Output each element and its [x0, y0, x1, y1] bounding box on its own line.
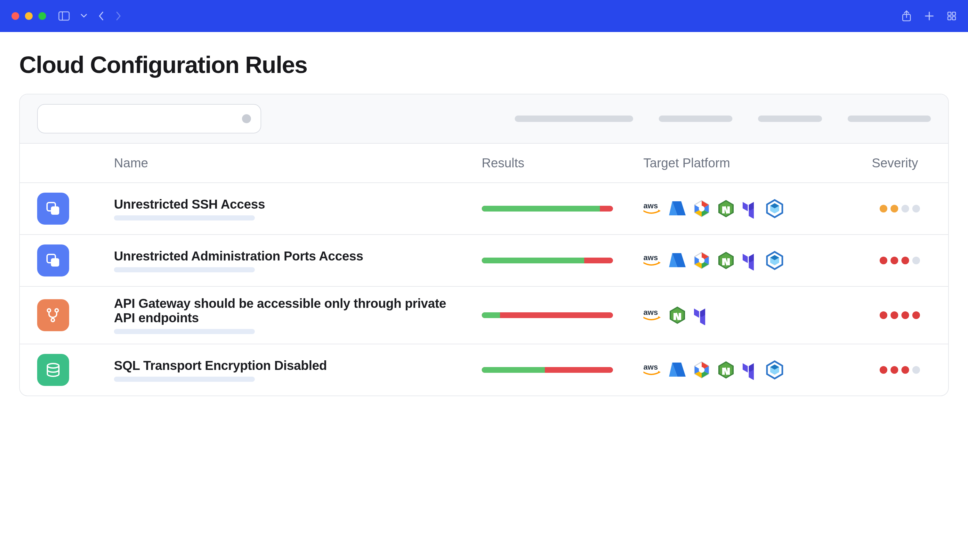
column-results: Results — [482, 156, 631, 170]
rule-subtitle-skeleton — [114, 329, 255, 334]
gcp-platform-icon — [692, 199, 712, 219]
filter-skeleton — [848, 116, 931, 122]
severity-dot — [902, 311, 909, 319]
results-cell — [482, 258, 631, 263]
rule-icon-cell — [37, 193, 101, 225]
node-platform-icon — [716, 250, 736, 270]
filter-skeleton — [659, 116, 733, 122]
aws-platform-icon — [643, 250, 663, 270]
severity-dot — [912, 205, 920, 212]
rule-icon-cell — [37, 299, 101, 331]
severity-dot — [880, 257, 887, 264]
target-platform-cell — [643, 360, 838, 380]
rule-name-cell: SQL Transport Encryption Disabled — [114, 358, 469, 382]
rule-subtitle-skeleton — [114, 215, 255, 220]
table-header: Name Results Target Platform Severity — [20, 144, 948, 183]
page-title: Cloud Configuration Rules — [19, 51, 949, 78]
column-severity: Severity — [851, 156, 931, 170]
back-button[interactable] — [98, 11, 104, 21]
results-bar-pass — [482, 206, 600, 212]
traffic-lights — [12, 12, 46, 20]
results-bar — [482, 258, 613, 263]
results-bar-pass — [482, 367, 545, 373]
severity-dot — [890, 366, 898, 374]
webpack-platform-icon — [765, 199, 785, 219]
gcp-platform-icon — [692, 250, 712, 270]
column-target: Target Platform — [643, 156, 838, 170]
aws-platform-icon — [643, 360, 663, 380]
close-window-button[interactable] — [12, 12, 19, 20]
rule-name-cell: Unrestricted Administration Ports Access — [114, 249, 469, 272]
azure-platform-icon — [668, 250, 688, 270]
rule-name-cell: Unrestricted SSH Access — [114, 197, 469, 220]
webpack-platform-icon — [765, 360, 785, 380]
plus-icon[interactable] — [925, 11, 934, 21]
grid-icon[interactable] — [947, 11, 956, 21]
svg-rect-3 — [948, 12, 951, 15]
branch-icon — [37, 299, 69, 331]
severity-cell — [851, 257, 931, 264]
severity-dot — [890, 311, 898, 319]
table-row[interactable]: Unrestricted SSH Access — [20, 183, 948, 235]
forward-button[interactable] — [115, 11, 122, 21]
aws-platform-icon — [643, 305, 663, 325]
table-row[interactable]: API Gateway should be accessible only th… — [20, 287, 948, 344]
rules-table: Name Results Target Platform Severity Un… — [19, 94, 949, 396]
severity-dot — [902, 205, 909, 212]
search-input[interactable] — [37, 104, 261, 133]
rule-name: Unrestricted SSH Access — [114, 197, 469, 212]
filter-bar — [20, 94, 948, 144]
titlebar-left — [12, 11, 122, 21]
chevron-down-icon[interactable] — [81, 14, 87, 18]
target-platform-cell — [643, 250, 838, 270]
rule-icon-cell — [37, 245, 101, 277]
aws-platform-icon — [643, 199, 663, 219]
table-row[interactable]: SQL Transport Encryption Disabled — [20, 344, 948, 396]
page-content: Cloud Configuration Rules Name Results T… — [0, 32, 968, 415]
svg-rect-6 — [952, 17, 956, 20]
severity-dot — [902, 257, 909, 264]
database-icon — [37, 354, 69, 386]
results-bar — [482, 367, 613, 373]
table-row[interactable]: Unrestricted Administration Ports Access — [20, 235, 948, 287]
share-icon[interactable] — [902, 10, 912, 22]
terraform-platform-icon — [692, 305, 712, 325]
filter-skeleton — [758, 116, 822, 122]
results-bar — [482, 312, 613, 318]
rule-name-cell: API Gateway should be accessible only th… — [114, 296, 469, 334]
severity-dot — [890, 205, 898, 212]
filter-skeleton — [515, 116, 633, 122]
filter-placeholders — [287, 116, 931, 122]
maximize-window-button[interactable] — [38, 12, 46, 20]
severity-cell — [851, 366, 931, 374]
results-bar — [482, 206, 613, 212]
svg-rect-0 — [59, 12, 69, 20]
node-platform-icon — [668, 305, 688, 325]
azure-platform-icon — [668, 360, 688, 380]
gcp-platform-icon — [692, 360, 712, 380]
column-name: Name — [114, 156, 469, 170]
rule-name: SQL Transport Encryption Disabled — [114, 358, 469, 373]
severity-dot — [912, 311, 920, 319]
rule-subtitle-skeleton — [114, 377, 255, 382]
severity-cell — [851, 311, 931, 319]
terraform-platform-icon — [741, 250, 761, 270]
terraform-platform-icon — [741, 199, 761, 219]
svg-rect-4 — [952, 12, 956, 15]
sidebar-toggle-icon[interactable] — [58, 11, 70, 21]
svg-rect-5 — [948, 17, 951, 20]
azure-platform-icon — [668, 199, 688, 219]
results-cell — [482, 367, 631, 373]
copy-icon — [37, 245, 69, 277]
severity-dot — [880, 311, 887, 319]
node-platform-icon — [716, 199, 736, 219]
results-cell — [482, 312, 631, 318]
severity-dot — [880, 205, 887, 212]
results-cell — [482, 206, 631, 212]
minimize-window-button[interactable] — [25, 12, 33, 20]
rule-subtitle-skeleton — [114, 267, 255, 272]
terraform-platform-icon — [741, 360, 761, 380]
titlebar-right — [902, 10, 956, 22]
results-bar-pass — [482, 312, 500, 318]
node-platform-icon — [716, 360, 736, 380]
